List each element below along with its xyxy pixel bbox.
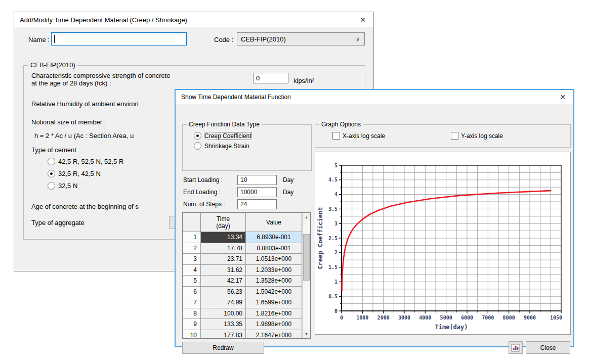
graph-options-groupbox: Graph Options X-axis log scaleY-axis log… bbox=[315, 124, 571, 148]
time-cell[interactable]: 177.83 bbox=[201, 330, 246, 339]
value-cell[interactable]: 8.8803e-001 bbox=[246, 243, 302, 254]
code-label: Code : bbox=[214, 36, 233, 43]
svg-text:2.5: 2.5 bbox=[328, 236, 338, 241]
value-cell[interactable]: 2.1647e+000 bbox=[246, 330, 302, 339]
row-index-cell[interactable]: 1 bbox=[183, 232, 201, 243]
dialog2-title: Show Time Dependent Material Function bbox=[176, 94, 291, 101]
field-value: 24 bbox=[240, 201, 247, 208]
svg-text:3: 3 bbox=[334, 221, 338, 226]
row-index-cell[interactable]: 6 bbox=[183, 287, 201, 298]
fck-input[interactable]: 0 bbox=[253, 73, 288, 83]
creep-type-option[interactable]: Creep Coefficient bbox=[194, 132, 251, 140]
svg-text:9000: 9000 bbox=[524, 315, 536, 321]
value-cell[interactable]: 1.9898e+000 bbox=[246, 319, 302, 330]
creep-table-body: 113.346.8930e-001217.788.8803e-001323.71… bbox=[183, 232, 310, 339]
table-scrollbar[interactable]: ▲ ▼ bbox=[302, 213, 310, 338]
time-cell[interactable]: 74.99 bbox=[201, 297, 246, 308]
field-input[interactable]: 10 bbox=[237, 175, 277, 185]
creep-data-type-options: Creep CoefficientShrinkage Strain bbox=[194, 132, 251, 152]
table-row[interactable]: 774.991.6599e+000 bbox=[183, 297, 310, 308]
value-cell[interactable]: 1.0513e+000 bbox=[246, 254, 302, 265]
creep-type-option[interactable]: Shrinkage Strain bbox=[194, 142, 251, 150]
time-cell[interactable]: 56.23 bbox=[201, 287, 246, 298]
cement-option[interactable]: 42,5 R, 52,5 N, 52,5 R bbox=[48, 158, 123, 165]
time-cell[interactable]: 17.78 bbox=[201, 243, 246, 254]
row-index-cell[interactable]: 4 bbox=[183, 265, 201, 276]
close-icon[interactable]: ✕ bbox=[352, 12, 373, 27]
dialog1-title: Add/Modify Time Dependent Material (Cree… bbox=[14, 16, 187, 24]
age-label: Age of concrete at the beginning of s bbox=[31, 203, 139, 210]
row-index-cell[interactable]: 8 bbox=[183, 308, 201, 320]
radio-dot bbox=[196, 134, 199, 137]
row-index-cell[interactable]: 9 bbox=[183, 319, 201, 330]
time-cell[interactable]: 13.34 bbox=[201, 232, 246, 243]
table-row[interactable]: 656.231.5042e+000 bbox=[183, 287, 310, 298]
field-value: 10000 bbox=[240, 189, 257, 196]
checkbox-label: Y-axis log scale bbox=[461, 132, 503, 140]
radio-icon[interactable] bbox=[48, 182, 55, 190]
row-index-cell[interactable]: 3 bbox=[183, 254, 201, 265]
dialog1-titlebar[interactable]: Add/Modify Time Dependent Material (Cree… bbox=[14, 12, 373, 27]
time-cell[interactable]: 23.71 bbox=[201, 254, 246, 265]
table-row[interactable]: 217.788.8803e-001 bbox=[183, 243, 310, 254]
fck-label-line1: Characteristic compressive strength of c… bbox=[31, 72, 171, 79]
header-index bbox=[183, 213, 201, 232]
table-row[interactable]: 113.346.8930e-001 bbox=[183, 232, 310, 243]
header-value: Value bbox=[246, 213, 302, 232]
radio-icon[interactable] bbox=[194, 142, 201, 150]
table-row[interactable]: 10177.832.1647e+000 bbox=[183, 330, 310, 339]
value-cell[interactable]: 1.5042e+000 bbox=[246, 287, 302, 298]
dialog2-titlebar[interactable]: Show Time Dependent Material Function ✕ bbox=[176, 90, 573, 104]
cebfip-group-title: CEB-FIP(2010) bbox=[28, 61, 77, 69]
time-cell[interactable]: 133.35 bbox=[201, 319, 246, 330]
fck-label-line2: at the age of 28 days (fck) : bbox=[31, 79, 111, 87]
value-cell[interactable]: 1.3528e+000 bbox=[246, 276, 302, 287]
radio-icon[interactable] bbox=[194, 132, 201, 140]
creep-data-type-title: Creep Function Data Type bbox=[187, 121, 262, 128]
close-button[interactable]: Close bbox=[526, 341, 570, 354]
creep-chart: 0100020003000400050006000700080009000105… bbox=[315, 152, 571, 335]
table-row[interactable]: 9133.351.9898e+000 bbox=[183, 319, 310, 330]
checkbox-icon[interactable] bbox=[451, 132, 458, 140]
radio-icon[interactable] bbox=[48, 170, 55, 177]
value-cell[interactable]: 1.8216e+000 bbox=[246, 308, 302, 320]
name-input[interactable] bbox=[51, 32, 187, 46]
table-row[interactable]: 431.621.2033e+000 bbox=[183, 265, 310, 276]
cement-option[interactable]: 32,5 R, 42,5 N bbox=[48, 170, 123, 177]
time-cell[interactable]: 100.00 bbox=[201, 308, 246, 320]
value-cell[interactable]: 6.8930e-001 bbox=[246, 232, 302, 243]
row-index-cell[interactable]: 2 bbox=[183, 243, 201, 254]
close-icon[interactable]: ✕ bbox=[552, 90, 573, 104]
graph-option-checkbox[interactable]: X-axis log scale bbox=[332, 132, 385, 140]
row-index-cell[interactable]: 5 bbox=[183, 276, 201, 287]
graph-option-checkbox[interactable]: Y-axis log scale bbox=[451, 132, 503, 140]
svg-text:4: 4 bbox=[334, 192, 338, 197]
table-row[interactable]: 323.711.0513e+000 bbox=[183, 254, 310, 265]
radio-icon[interactable] bbox=[48, 158, 55, 165]
row-index-cell[interactable]: 7 bbox=[183, 297, 201, 308]
table-row[interactable]: 8100.001.8216e+000 bbox=[183, 308, 310, 320]
code-dropdown[interactable]: CEB-FIP(2010) ∨ bbox=[237, 32, 365, 46]
chart-settings-button[interactable] bbox=[509, 341, 523, 354]
svg-text:Time(day): Time(day) bbox=[435, 324, 468, 331]
checkbox-icon[interactable] bbox=[332, 132, 340, 140]
value-cell[interactable]: 1.6599e+000 bbox=[246, 297, 302, 308]
scroll-thumb[interactable] bbox=[303, 234, 310, 281]
time-cell[interactable]: 31.62 bbox=[201, 265, 246, 276]
redraw-button[interactable]: Redraw bbox=[182, 342, 264, 354]
loading-field-row: Start Loading :10Day bbox=[183, 175, 307, 187]
creep-table: Time (day) Value 113.346.8930e-001217.78… bbox=[182, 212, 311, 339]
field-input[interactable]: 10000 bbox=[237, 187, 277, 197]
scroll-down-icon[interactable]: ▼ bbox=[303, 330, 310, 338]
svg-text:7000: 7000 bbox=[482, 315, 494, 321]
svg-text:4000: 4000 bbox=[419, 315, 431, 321]
row-index-cell[interactable]: 10 bbox=[183, 330, 201, 339]
scroll-up-icon[interactable]: ▲ bbox=[303, 213, 310, 221]
time-cell[interactable]: 42.17 bbox=[201, 276, 246, 287]
table-row[interactable]: 542.171.3528e+000 bbox=[183, 276, 310, 287]
field-input[interactable]: 24 bbox=[237, 199, 277, 209]
notional-size-label: Notional size of member : bbox=[31, 118, 106, 126]
radio-dot bbox=[50, 172, 53, 175]
cement-option[interactable]: 32,5 N bbox=[48, 182, 123, 190]
value-cell[interactable]: 1.2033e+000 bbox=[246, 265, 302, 276]
